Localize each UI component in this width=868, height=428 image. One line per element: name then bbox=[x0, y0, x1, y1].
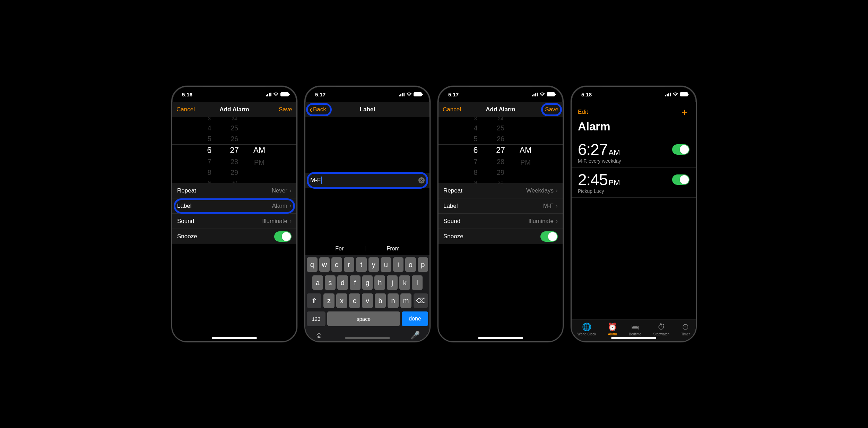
nav-bar: Cancel Add Alarm Save bbox=[172, 102, 296, 117]
status-time: 5:18 bbox=[581, 92, 592, 97]
key-f[interactable]: f bbox=[350, 275, 361, 290]
wifi-icon bbox=[672, 92, 678, 97]
phone-1-add-alarm: 5:16 Cancel Add Alarm Save 3 4 5 6 7 8 9 bbox=[171, 86, 297, 342]
suggestion-2[interactable]: From bbox=[387, 246, 399, 252]
text-cursor bbox=[321, 177, 322, 184]
key-o[interactable]: o bbox=[405, 257, 416, 272]
key-g[interactable]: g bbox=[362, 275, 373, 290]
save-button[interactable]: Save bbox=[545, 106, 558, 113]
home-indicator[interactable] bbox=[611, 337, 656, 339]
key-q[interactable]: q bbox=[307, 257, 318, 272]
label-row[interactable]: Label M-F› bbox=[439, 198, 563, 214]
emoji-key[interactable]: ☺ bbox=[315, 331, 323, 340]
cancel-button[interactable]: Cancel bbox=[176, 106, 195, 113]
status-bar: 5:17 bbox=[305, 87, 429, 102]
dictation-key[interactable]: 🎤 bbox=[410, 331, 420, 340]
shift-key[interactable]: ⇧ bbox=[307, 293, 321, 308]
snooze-row: Snooze bbox=[172, 229, 296, 244]
done-key[interactable]: done bbox=[402, 311, 428, 326]
alarm-toggle[interactable] bbox=[672, 144, 689, 155]
time-picker[interactable]: 3 4 5 6 7 8 9 24 25 26 27 28 29 30 ... A… bbox=[172, 117, 296, 183]
key-y[interactable]: y bbox=[368, 257, 379, 272]
key-p[interactable]: p bbox=[418, 257, 428, 272]
chevron-right-icon: › bbox=[289, 202, 292, 209]
cellular-signal-icon bbox=[532, 93, 538, 96]
home-indicator[interactable] bbox=[212, 337, 257, 339]
label-text-field[interactable]: M-F ✕ bbox=[305, 173, 429, 188]
tab-stopwatch[interactable]: ⏱Stopwatch bbox=[653, 323, 669, 336]
battery-icon bbox=[547, 92, 555, 96]
key-w[interactable]: w bbox=[319, 257, 330, 272]
label-row[interactable]: Label Alarm› bbox=[172, 198, 296, 214]
status-time: 5:17 bbox=[315, 92, 326, 97]
stopwatch-icon: ⏱ bbox=[658, 323, 665, 331]
tab-world-clock[interactable]: 🌐World Clock bbox=[578, 323, 596, 336]
key-k[interactable]: k bbox=[399, 275, 410, 290]
snooze-toggle[interactable] bbox=[540, 231, 558, 242]
home-indicator[interactable] bbox=[478, 337, 523, 339]
key-v[interactable]: v bbox=[362, 293, 373, 308]
key-b[interactable]: b bbox=[375, 293, 386, 308]
key-h[interactable]: h bbox=[374, 275, 385, 290]
backspace-key[interactable]: ⌫ bbox=[414, 293, 428, 308]
status-bar: 5:18 bbox=[572, 87, 696, 102]
cellular-signal-icon bbox=[665, 93, 671, 96]
key-a[interactable]: a bbox=[312, 275, 323, 290]
phone-4-alarm-list: 5:18 Edit ＋ Alarm 6:27AM M-F, every week… bbox=[571, 86, 697, 342]
repeat-row[interactable]: Repeat Never› bbox=[172, 183, 296, 198]
key-l[interactable]: l bbox=[412, 275, 423, 290]
cellular-signal-icon bbox=[266, 93, 272, 96]
sound-row[interactable]: Sound Illuminate› bbox=[439, 214, 563, 229]
snooze-toggle[interactable] bbox=[274, 231, 292, 242]
key-z[interactable]: z bbox=[323, 293, 335, 308]
key-m[interactable]: m bbox=[400, 293, 411, 308]
keyboard: qwertyuiop asdfghjkl ⇧ zxcvbnm ⌫ 123 spa… bbox=[305, 255, 429, 341]
cancel-button[interactable]: Cancel bbox=[443, 106, 461, 113]
key-i[interactable]: i bbox=[393, 257, 404, 272]
suggestion-1[interactable]: For bbox=[335, 246, 344, 252]
bed-icon: 🛏 bbox=[631, 323, 639, 331]
save-button[interactable]: Save bbox=[279, 106, 292, 113]
time-picker[interactable]: 3 4 5 6 7 8 9 24 25 26 27 28 29 30 ... A… bbox=[439, 117, 563, 183]
numeric-key[interactable]: 123 bbox=[307, 311, 326, 326]
tab-bedtime[interactable]: 🛏Bedtime bbox=[629, 323, 642, 336]
edit-button[interactable]: Edit bbox=[578, 109, 588, 115]
repeat-row[interactable]: Repeat Weekdays› bbox=[439, 183, 563, 198]
chevron-right-icon: › bbox=[556, 187, 558, 194]
chevron-right-icon: › bbox=[289, 217, 292, 225]
sound-row[interactable]: Sound Illuminate› bbox=[172, 214, 296, 229]
key-r[interactable]: r bbox=[344, 257, 355, 272]
home-indicator[interactable] bbox=[345, 337, 390, 339]
space-key[interactable]: space bbox=[327, 311, 400, 326]
tab-alarm[interactable]: ⏰Alarm bbox=[608, 323, 617, 336]
key-s[interactable]: s bbox=[325, 275, 336, 290]
chevron-left-icon: ‹ bbox=[310, 105, 312, 114]
key-c[interactable]: c bbox=[349, 293, 360, 308]
globe-icon: 🌐 bbox=[582, 323, 591, 331]
chevron-right-icon: › bbox=[556, 217, 558, 225]
status-time: 5:17 bbox=[448, 92, 459, 97]
key-t[interactable]: t bbox=[356, 257, 367, 272]
back-button[interactable]: ‹Back bbox=[310, 105, 326, 114]
key-e[interactable]: e bbox=[331, 257, 342, 272]
alarm-row[interactable]: 6:27AM M-F, every weekday bbox=[572, 137, 696, 168]
tab-timer[interactable]: ⏲Timer bbox=[681, 323, 690, 336]
quicktype-bar: For | From bbox=[305, 241, 429, 255]
page-title: Alarm bbox=[572, 119, 696, 137]
snooze-row: Snooze bbox=[439, 229, 563, 244]
phone-3-add-alarm-filled: 5:17 Cancel Add Alarm Save 3 4 5 6 7 8 9… bbox=[437, 86, 564, 342]
key-n[interactable]: n bbox=[388, 293, 399, 308]
wifi-icon bbox=[406, 92, 412, 97]
wifi-icon bbox=[539, 92, 545, 97]
key-j[interactable]: j bbox=[387, 275, 398, 290]
key-d[interactable]: d bbox=[337, 275, 348, 290]
add-alarm-button[interactable]: ＋ bbox=[680, 105, 689, 119]
status-bar: 5:16 bbox=[172, 87, 296, 102]
clear-text-button[interactable]: ✕ bbox=[418, 177, 425, 183]
alarm-toggle[interactable] bbox=[672, 174, 689, 185]
nav-bar: Cancel Add Alarm Save bbox=[439, 102, 563, 117]
alarm-row[interactable]: 2:45PM Pickup Lucy bbox=[572, 168, 696, 198]
key-u[interactable]: u bbox=[381, 257, 391, 272]
key-x[interactable]: x bbox=[336, 293, 347, 308]
alarm-clock-icon: ⏰ bbox=[608, 323, 617, 331]
